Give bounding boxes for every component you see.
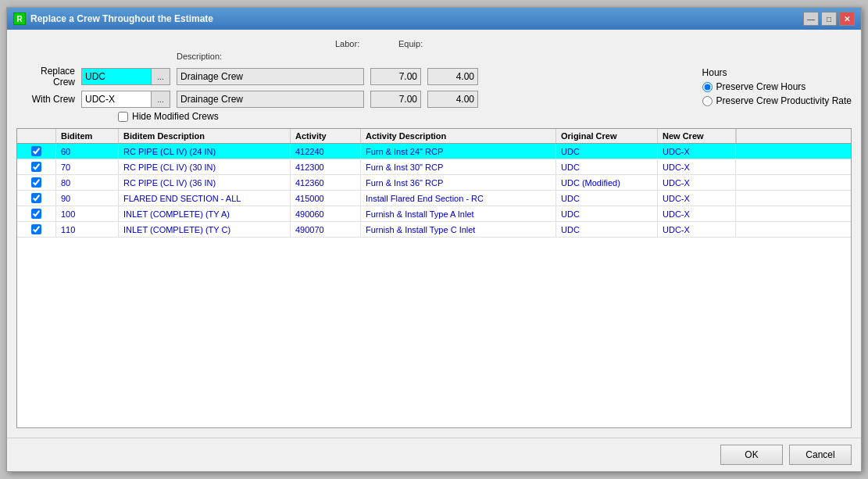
preserve-crew-hours-radio[interactable] <box>702 82 713 92</box>
row-activity: 490070 <box>291 222 361 237</box>
table-row[interactable]: 110 INLET (COMPLETE) (TY C) 490070 Furni… <box>17 222 851 238</box>
preserve-crew-hours-label: Preserve Crew Hours <box>716 81 806 92</box>
with-equip-field <box>427 91 478 108</box>
replace-crew-browse-button[interactable]: ... <box>152 68 170 85</box>
hide-modified-row: Hide Modified Crews <box>118 111 852 122</box>
preserve-productivity-radio[interactable] <box>702 96 713 106</box>
row-new-crew: UDC-X <box>658 191 736 206</box>
row-new-crew: UDC-X <box>658 144 736 159</box>
row-biditem-desc: INLET (COMPLETE) (TY A) <box>119 206 291 221</box>
row-activity-desc: Furn & Inst 24" RCP <box>361 144 556 159</box>
dialog-content: Labor: Equip: Description: Replace Crew <box>7 30 861 438</box>
table-body: 60 RC PIPE (CL IV) (24 IN) 412240 Furn &… <box>17 144 851 427</box>
col-header-new-crew: New Crew <box>658 129 736 143</box>
row-biditem-desc: INLET (COMPLETE) (TY C) <box>119 222 291 237</box>
row-checkbox[interactable] <box>31 162 41 172</box>
row-biditem: 80 <box>56 175 119 190</box>
row-original-crew: UDC <box>556 222 658 237</box>
row-original-crew: UDC <box>556 159 658 174</box>
table-row[interactable]: 80 RC PIPE (CL IV) (36 IN) 412360 Furn &… <box>17 175 851 191</box>
row-biditem-desc: RC PIPE (CL IV) (24 IN) <box>119 144 291 159</box>
preserve-productivity-label: Preserve Crew Productivity Rate <box>716 95 852 106</box>
title-controls: — □ ✕ <box>803 12 855 26</box>
row-biditem: 70 <box>56 159 119 174</box>
replace-labor-field <box>370 68 421 85</box>
row-original-crew: UDC (Modified) <box>556 175 658 190</box>
hours-title: Hours <box>702 67 852 78</box>
with-crew-label: With Crew <box>16 94 75 105</box>
preserve-productivity-row: Preserve Crew Productivity Rate <box>702 95 852 106</box>
row-biditem: 90 <box>56 191 119 206</box>
with-crew-row: With Crew ... <box>16 91 684 108</box>
replace-crew-row: Replace Crew ... <box>16 66 684 88</box>
with-crew-browse-button[interactable]: ... <box>152 91 170 108</box>
row-checkbox[interactable] <box>31 224 41 234</box>
replace-crew-input-group: ... <box>81 68 170 85</box>
row-biditem-desc: RC PIPE (CL IV) (30 IN) <box>119 159 291 174</box>
row-biditem-desc: RC PIPE (CL IV) (36 IN) <box>119 175 291 190</box>
col-header-activity-desc: Activity Description <box>361 129 556 143</box>
row-checkbox-cell <box>17 222 56 237</box>
hide-modified-checkbox[interactable] <box>118 112 128 122</box>
row-checkbox-cell <box>17 159 56 174</box>
row-activity: 490060 <box>291 206 361 221</box>
row-checkbox[interactable] <box>31 146 41 156</box>
row-original-crew: UDC <box>556 191 658 206</box>
row-checkbox-cell <box>17 144 56 159</box>
table-row[interactable]: 90 FLARED END SECTION - ALL 415000 Insta… <box>17 191 851 206</box>
row-checkbox[interactable] <box>31 209 41 219</box>
row-new-crew: UDC-X <box>658 175 736 190</box>
title-bar-left: R Replace a Crew Throughout the Estimate <box>13 13 213 25</box>
labor-col-header: Labor: <box>335 39 386 48</box>
col-header-biditem-desc: Biditem Description <box>119 129 291 143</box>
table-row[interactable]: 70 RC PIPE (CL IV) (30 IN) 412300 Furn &… <box>17 159 851 175</box>
with-crew-desc-field <box>177 91 364 108</box>
with-crew-input[interactable] <box>81 91 152 108</box>
replace-equip-field <box>427 68 478 85</box>
row-biditem-desc: FLARED END SECTION - ALL <box>119 191 291 206</box>
preserve-crew-hours-row: Preserve Crew Hours <box>702 81 852 92</box>
row-biditem: 100 <box>56 206 119 221</box>
row-activity: 415000 <box>291 191 361 206</box>
crew-table: Biditem Biditem Description Activity Act… <box>16 128 852 428</box>
row-biditem: 110 <box>56 222 119 237</box>
row-checkbox-cell <box>17 206 56 221</box>
row-activity-desc: Furnish & Install Type A Inlet <box>361 206 556 221</box>
with-labor-field <box>370 91 421 108</box>
replace-crew-label: Replace Crew <box>16 66 75 88</box>
row-new-crew: UDC-X <box>658 206 736 221</box>
row-activity: 412240 <box>291 144 361 159</box>
row-activity-desc: Furnish & Install Type C Inlet <box>361 222 556 237</box>
row-checkbox[interactable] <box>31 177 41 188</box>
row-biditem: 60 <box>56 144 119 159</box>
col-header-activity: Activity <box>291 129 361 143</box>
hours-section: Hours Preserve Crew Hours Preserve Crew … <box>702 67 852 106</box>
col-header-check <box>17 129 56 143</box>
replace-crew-desc-field <box>177 68 364 85</box>
row-activity: 412300 <box>291 159 361 174</box>
dialog-footer: OK Cancel <box>7 438 861 471</box>
row-checkbox[interactable] <box>31 193 41 203</box>
row-activity: 412360 <box>291 175 361 190</box>
title-bar: R Replace a Crew Throughout the Estimate… <box>7 8 861 30</box>
description-col-header: Description: <box>177 52 222 61</box>
table-header: Biditem Biditem Description Activity Act… <box>17 129 851 144</box>
cancel-button[interactable]: Cancel <box>789 445 852 465</box>
window-icon: R <box>13 13 26 25</box>
replace-crew-input[interactable] <box>81 68 152 85</box>
row-original-crew: UDC <box>556 144 658 159</box>
col-header-original-crew: Original Crew <box>556 129 658 143</box>
row-checkbox-cell <box>17 175 56 190</box>
minimize-button[interactable]: — <box>803 12 819 26</box>
equip-col-header: Equip: <box>398 39 449 48</box>
ok-button[interactable]: OK <box>720 445 783 465</box>
row-activity-desc: Furn & Inst 30" RCP <box>361 159 556 174</box>
col-header-biditem: Biditem <box>56 129 119 143</box>
row-new-crew: UDC-X <box>658 159 736 174</box>
restore-button[interactable]: □ <box>821 12 837 26</box>
table-row[interactable]: 100 INLET (COMPLETE) (TY A) 490060 Furni… <box>17 206 851 222</box>
window-title: Replace a Crew Throughout the Estimate <box>30 13 213 24</box>
close-button[interactable]: ✕ <box>839 12 855 26</box>
row-original-crew: UDC <box>556 206 658 221</box>
table-row[interactable]: 60 RC PIPE (CL IV) (24 IN) 412240 Furn &… <box>17 144 851 159</box>
